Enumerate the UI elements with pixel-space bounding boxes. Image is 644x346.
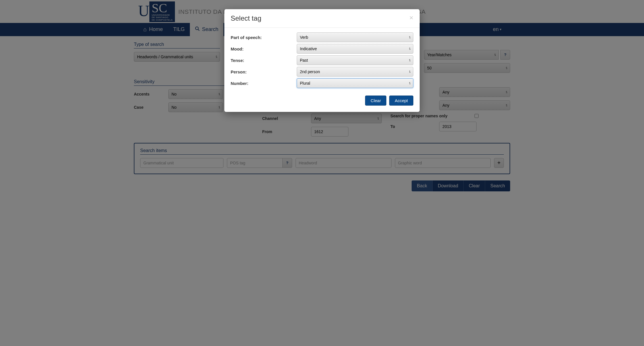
select-tag-modal: Select tag × Part of speech: Verb Mood: …	[224, 9, 420, 112]
number-select[interactable]: Plural	[297, 78, 413, 88]
tense-label: Tense:	[231, 58, 297, 63]
person-label: Person:	[231, 69, 297, 74]
number-label: Number:	[231, 81, 297, 86]
mood-label: Mood:	[231, 46, 297, 51]
modal-close-button[interactable]: ×	[409, 14, 413, 21]
modal-title: Select tag	[231, 14, 261, 22]
pos-label: Part of speech:	[231, 35, 297, 40]
mood-select[interactable]: Indicative	[297, 44, 413, 54]
modal-accept-button[interactable]: Accept	[389, 96, 413, 106]
modal-clear-button[interactable]: Clear	[365, 96, 386, 106]
pos-select[interactable]: Verb	[297, 32, 413, 42]
tense-select[interactable]: Past	[297, 55, 413, 65]
person-select[interactable]: 2nd person	[297, 67, 413, 77]
